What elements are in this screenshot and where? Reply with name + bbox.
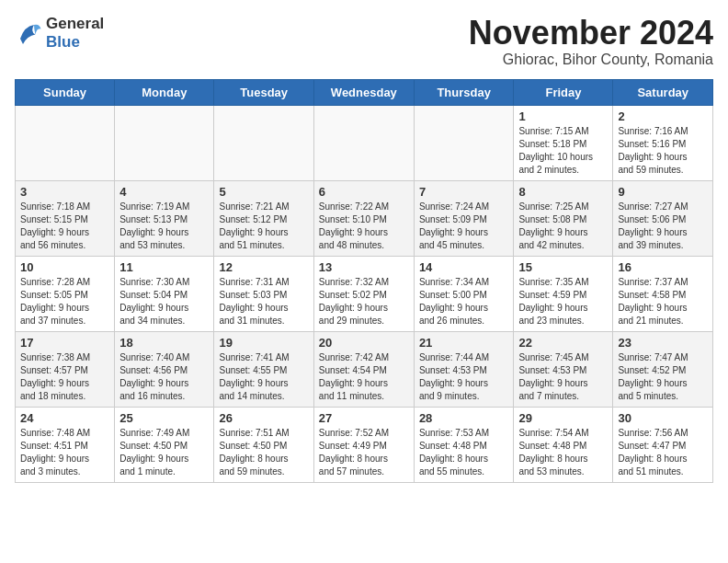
day-number: 20 (319, 336, 409, 350)
calendar-week-3: 10Sunrise: 7:28 AM Sunset: 5:05 PM Dayli… (16, 256, 713, 331)
day-number: 11 (119, 260, 209, 274)
day-number: 18 (119, 336, 209, 350)
day-info: Sunrise: 7:56 AM Sunset: 4:47 PM Dayligh… (618, 427, 708, 478)
day-number: 14 (419, 260, 509, 274)
day-number: 1 (518, 109, 608, 123)
calendar-cell: 18Sunrise: 7:40 AM Sunset: 4:56 PM Dayli… (115, 331, 214, 407)
day-info: Sunrise: 7:24 AM Sunset: 5:09 PM Dayligh… (419, 201, 509, 252)
calendar-cell: 17Sunrise: 7:38 AM Sunset: 4:57 PM Dayli… (16, 331, 115, 407)
calendar-week-4: 17Sunrise: 7:38 AM Sunset: 4:57 PM Dayli… (16, 331, 713, 407)
calendar-cell: 12Sunrise: 7:31 AM Sunset: 5:03 PM Dayli… (214, 256, 313, 331)
title-block: November 2024 Ghiorac, Bihor County, Rom… (469, 15, 713, 68)
day-number: 9 (618, 185, 708, 199)
calendar-body: 1Sunrise: 7:15 AM Sunset: 5:18 PM Daylig… (16, 105, 713, 482)
calendar-cell: 15Sunrise: 7:35 AM Sunset: 4:59 PM Dayli… (514, 256, 613, 331)
day-info: Sunrise: 7:19 AM Sunset: 5:13 PM Dayligh… (119, 201, 209, 252)
day-info: Sunrise: 7:45 AM Sunset: 4:53 PM Dayligh… (518, 351, 608, 403)
day-info: Sunrise: 7:52 AM Sunset: 4:49 PM Dayligh… (319, 427, 409, 478)
logo: General Blue (15, 15, 104, 51)
calendar-cell: 24Sunrise: 7:48 AM Sunset: 4:51 PM Dayli… (16, 407, 115, 482)
calendar-cell: 3Sunrise: 7:18 AM Sunset: 5:15 PM Daylig… (16, 180, 115, 256)
day-info: Sunrise: 7:53 AM Sunset: 4:48 PM Dayligh… (419, 427, 509, 478)
calendar-cell: 5Sunrise: 7:21 AM Sunset: 5:12 PM Daylig… (214, 180, 313, 256)
calendar-week-1: 1Sunrise: 7:15 AM Sunset: 5:18 PM Daylig… (16, 105, 713, 180)
day-number: 4 (119, 185, 209, 199)
calendar-cell: 19Sunrise: 7:41 AM Sunset: 4:55 PM Dayli… (214, 331, 313, 407)
calendar-cell: 16Sunrise: 7:37 AM Sunset: 4:58 PM Dayli… (613, 256, 713, 331)
day-info: Sunrise: 7:38 AM Sunset: 4:57 PM Dayligh… (20, 351, 109, 403)
calendar-cell: 1Sunrise: 7:15 AM Sunset: 5:18 PM Daylig… (514, 105, 613, 180)
day-info: Sunrise: 7:34 AM Sunset: 5:00 PM Dayligh… (419, 276, 509, 327)
month-title: November 2024 (469, 15, 713, 52)
day-number: 24 (20, 411, 109, 425)
calendar-cell: 27Sunrise: 7:52 AM Sunset: 4:49 PM Dayli… (313, 407, 414, 482)
logo-general: General (46, 15, 104, 33)
day-info: Sunrise: 7:42 AM Sunset: 4:54 PM Dayligh… (319, 351, 409, 403)
day-number: 29 (518, 411, 608, 425)
day-info: Sunrise: 7:18 AM Sunset: 5:15 PM Dayligh… (20, 201, 109, 252)
calendar-cell: 11Sunrise: 7:30 AM Sunset: 5:04 PM Dayli… (115, 256, 214, 331)
day-info: Sunrise: 7:21 AM Sunset: 5:12 PM Dayligh… (219, 201, 308, 252)
calendar-table: SundayMondayTuesdayWednesdayThursdayFrid… (15, 79, 713, 483)
weekday-header-friday: Friday (514, 79, 613, 105)
calendar-cell (214, 105, 313, 180)
calendar-cell: 9Sunrise: 7:27 AM Sunset: 5:06 PM Daylig… (613, 180, 713, 256)
day-number: 28 (419, 411, 509, 425)
calendar-cell: 6Sunrise: 7:22 AM Sunset: 5:10 PM Daylig… (313, 180, 414, 256)
calendar-cell: 14Sunrise: 7:34 AM Sunset: 5:00 PM Dayli… (414, 256, 514, 331)
day-number: 21 (419, 336, 509, 350)
calendar-cell: 26Sunrise: 7:51 AM Sunset: 4:50 PM Dayli… (214, 407, 313, 482)
day-number: 19 (219, 336, 308, 350)
day-info: Sunrise: 7:25 AM Sunset: 5:08 PM Dayligh… (518, 201, 608, 252)
day-info: Sunrise: 7:35 AM Sunset: 4:59 PM Dayligh… (518, 276, 608, 327)
calendar-cell (414, 105, 514, 180)
calendar-cell: 21Sunrise: 7:44 AM Sunset: 4:53 PM Dayli… (414, 331, 514, 407)
calendar-cell: 7Sunrise: 7:24 AM Sunset: 5:09 PM Daylig… (414, 180, 514, 256)
calendar-week-2: 3Sunrise: 7:18 AM Sunset: 5:15 PM Daylig… (16, 180, 713, 256)
logo-blue: Blue (46, 33, 104, 52)
day-info: Sunrise: 7:16 AM Sunset: 5:16 PM Dayligh… (618, 125, 708, 177)
day-info: Sunrise: 7:48 AM Sunset: 4:51 PM Dayligh… (20, 427, 109, 478)
calendar-cell: 25Sunrise: 7:49 AM Sunset: 4:50 PM Dayli… (115, 407, 214, 482)
page-header: General Blue November 2024 Ghiorac, Biho… (15, 15, 713, 68)
calendar-cell: 22Sunrise: 7:45 AM Sunset: 4:53 PM Dayli… (514, 331, 613, 407)
calendar-cell: 8Sunrise: 7:25 AM Sunset: 5:08 PM Daylig… (514, 180, 613, 256)
weekday-header-wednesday: Wednesday (313, 79, 414, 105)
weekday-header-saturday: Saturday (613, 79, 713, 105)
day-number: 27 (319, 411, 409, 425)
day-info: Sunrise: 7:15 AM Sunset: 5:18 PM Dayligh… (518, 125, 608, 177)
calendar-cell (313, 105, 414, 180)
calendar-cell: 23Sunrise: 7:47 AM Sunset: 4:52 PM Dayli… (613, 331, 713, 407)
day-number: 30 (618, 411, 708, 425)
day-number: 8 (518, 185, 608, 199)
day-info: Sunrise: 7:37 AM Sunset: 4:58 PM Dayligh… (618, 276, 708, 327)
logo-icon (15, 19, 42, 47)
calendar-cell: 10Sunrise: 7:28 AM Sunset: 5:05 PM Dayli… (16, 256, 115, 331)
day-number: 5 (219, 185, 308, 199)
calendar-cell: 4Sunrise: 7:19 AM Sunset: 5:13 PM Daylig… (115, 180, 214, 256)
day-number: 23 (618, 336, 708, 350)
day-info: Sunrise: 7:32 AM Sunset: 5:02 PM Dayligh… (319, 276, 409, 327)
day-number: 25 (119, 411, 209, 425)
day-number: 3 (20, 185, 109, 199)
day-info: Sunrise: 7:51 AM Sunset: 4:50 PM Dayligh… (219, 427, 308, 478)
day-info: Sunrise: 7:31 AM Sunset: 5:03 PM Dayligh… (219, 276, 308, 327)
calendar-cell: 28Sunrise: 7:53 AM Sunset: 4:48 PM Dayli… (414, 407, 514, 482)
day-number: 10 (20, 260, 109, 274)
weekday-header-monday: Monday (115, 79, 214, 105)
weekday-header-tuesday: Tuesday (214, 79, 313, 105)
day-number: 12 (219, 260, 308, 274)
calendar-cell: 2Sunrise: 7:16 AM Sunset: 5:16 PM Daylig… (613, 105, 713, 180)
day-info: Sunrise: 7:40 AM Sunset: 4:56 PM Dayligh… (119, 351, 209, 403)
day-info: Sunrise: 7:47 AM Sunset: 4:52 PM Dayligh… (618, 351, 708, 403)
day-number: 22 (518, 336, 608, 350)
day-number: 13 (319, 260, 409, 274)
calendar-week-5: 24Sunrise: 7:48 AM Sunset: 4:51 PM Dayli… (16, 407, 713, 482)
day-number: 6 (319, 185, 409, 199)
day-info: Sunrise: 7:30 AM Sunset: 5:04 PM Dayligh… (119, 276, 209, 327)
day-number: 7 (419, 185, 509, 199)
calendar-cell: 29Sunrise: 7:54 AM Sunset: 4:48 PM Dayli… (514, 407, 613, 482)
day-info: Sunrise: 7:49 AM Sunset: 4:50 PM Dayligh… (119, 427, 209, 478)
day-number: 15 (518, 260, 608, 274)
calendar-cell: 20Sunrise: 7:42 AM Sunset: 4:54 PM Dayli… (313, 331, 414, 407)
